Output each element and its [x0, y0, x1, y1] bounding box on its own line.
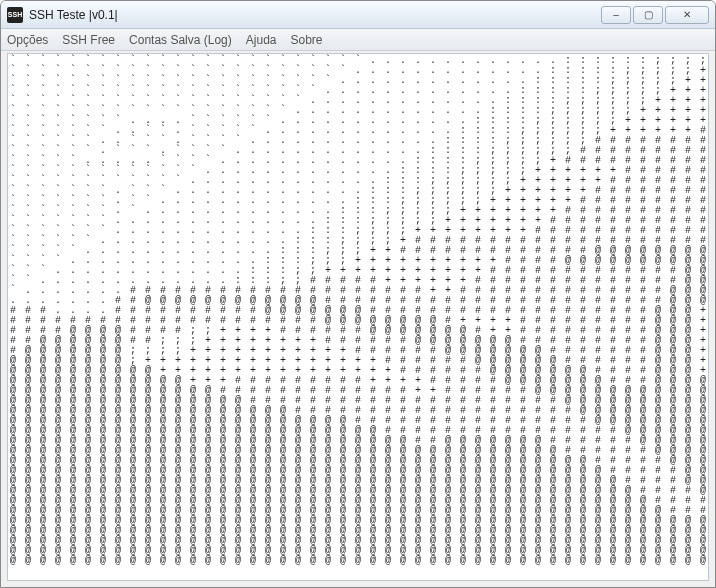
- ascii-art-display: ` ` ` ` ` ` ` ` ` ` ` ` ` ` ` ` ` ` ` ` …: [8, 54, 708, 568]
- menu-ssh-free[interactable]: SSH Free: [62, 33, 115, 47]
- client-area: ` ` ` ` ` ` ` ` ` ` ` ` ` ` ` ` ` ` ` ` …: [7, 53, 709, 581]
- maximize-button[interactable]: ▢: [633, 6, 663, 24]
- menu-contas-salva[interactable]: Contas Salva (Log): [129, 33, 232, 47]
- window-controls: – ▢ ✕: [601, 6, 709, 24]
- window-title: SSH Teste |v0.1|: [29, 8, 601, 22]
- titlebar[interactable]: SSH SSH Teste |v0.1| – ▢ ✕: [1, 1, 715, 29]
- menu-sobre[interactable]: Sobre: [290, 33, 322, 47]
- menu-ajuda[interactable]: Ajuda: [246, 33, 277, 47]
- close-button[interactable]: ✕: [665, 6, 709, 24]
- menubar: Opções SSH Free Contas Salva (Log) Ajuda…: [1, 29, 715, 51]
- minimize-button[interactable]: –: [601, 6, 631, 24]
- app-icon: SSH: [7, 7, 23, 23]
- application-window: SSH SSH Teste |v0.1| – ▢ ✕ Opções SSH Fr…: [0, 0, 716, 588]
- menu-opcoes[interactable]: Opções: [7, 33, 48, 47]
